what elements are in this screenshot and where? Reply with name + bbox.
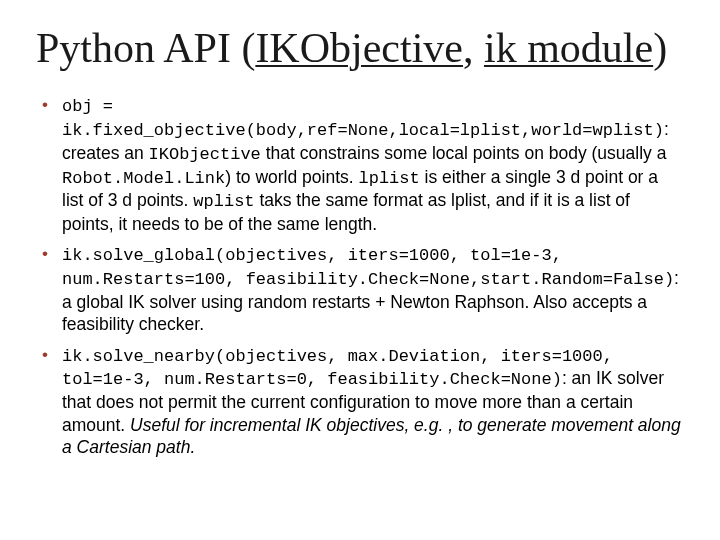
- bullet-list: obj = ik.fixed_objective(body,ref=None,l…: [36, 94, 684, 458]
- text: ) to world points.: [225, 167, 358, 187]
- title-prefix: Python API (: [36, 25, 255, 71]
- code-solve-nearby: ik.solve_nearby(objectives, max.Deviatio…: [62, 347, 613, 390]
- text-italic: Useful for incremental IK objectives, e.…: [62, 415, 681, 457]
- list-item: ik.solve_global(objectives, iters=1000, …: [62, 243, 684, 335]
- code-lplist: lplist: [358, 169, 419, 188]
- list-item: ik.solve_nearby(objectives, max.Deviatio…: [62, 344, 684, 459]
- code-robotmodellink: Robot.Model.Link: [62, 169, 225, 188]
- page-title: Python API (IKObjective, ik module): [36, 24, 684, 72]
- code-solve-global: ik.solve_global(objectives, iters=1000, …: [62, 246, 674, 289]
- title-link-ikmodule[interactable]: ik module: [484, 25, 653, 71]
- title-comma: ,: [463, 25, 484, 71]
- code-ikobjective: IKObjective: [149, 145, 261, 164]
- list-item: obj = ik.fixed_objective(body,ref=None,l…: [62, 94, 684, 235]
- title-suffix: ): [653, 25, 667, 71]
- code-fixed-objective: obj = ik.fixed_objective(body,ref=None,l…: [62, 97, 664, 140]
- title-link-ikobjective[interactable]: IKObjective: [255, 25, 463, 71]
- text: that constrains some local points on bod…: [261, 143, 667, 163]
- code-wplist: wplist: [193, 192, 254, 211]
